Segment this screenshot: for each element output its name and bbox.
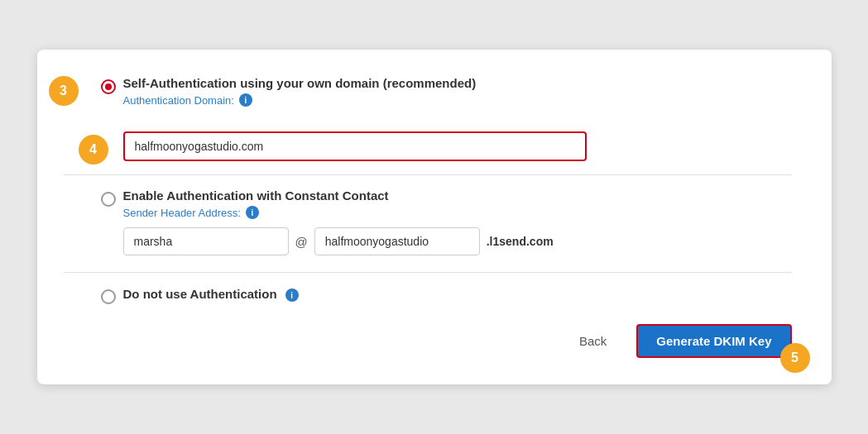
divider-1 xyxy=(64,174,792,175)
radio-col-1 xyxy=(94,76,123,94)
sender-address-row: @ .l1send.com xyxy=(123,227,792,255)
divider-2 xyxy=(64,272,792,273)
domain-suffix: .l1send.com xyxy=(487,235,554,248)
constant-contact-section: Enable Authentication with Constant Cont… xyxy=(64,188,792,255)
generate-dkim-button[interactable]: Generate DKIM Key xyxy=(636,324,791,358)
self-auth-title: Self-Authentication using your own domai… xyxy=(123,76,792,90)
no-auth-body: Do not use Authentication i xyxy=(123,287,792,304)
no-auth-title: Do not use Authentication xyxy=(123,287,277,301)
constant-contact-body: Enable Authentication with Constant Cont… xyxy=(123,188,792,255)
no-auth-content: Do not use Authentication i xyxy=(64,286,792,304)
back-button[interactable]: Back xyxy=(566,327,620,355)
sender-header-label: Sender Header Address: i xyxy=(123,206,792,219)
radio-no-auth[interactable] xyxy=(101,289,116,304)
self-auth-body: Self-Authentication using your own domai… xyxy=(123,76,792,115)
sender-domain-input[interactable] xyxy=(314,227,480,255)
sender-header-info-icon[interactable]: i xyxy=(246,206,259,219)
self-auth-subtitle: Authentication Domain: i xyxy=(123,93,792,107)
self-auth-content: Self-Authentication using your own domai… xyxy=(64,76,792,161)
radio-self-auth[interactable] xyxy=(101,79,116,94)
auth-domain-info-icon[interactable]: i xyxy=(239,93,252,107)
radio-col-2 xyxy=(94,188,123,207)
main-card: 3 Self-Authentication using your own dom… xyxy=(37,50,832,384)
radio-col-3 xyxy=(94,286,123,304)
step-4-badge: 4 xyxy=(79,135,108,165)
step-3-badge: 3 xyxy=(49,76,79,106)
no-auth-info-icon[interactable]: i xyxy=(285,289,299,302)
step-5-badge: 5 xyxy=(780,343,810,373)
sender-user-input[interactable] xyxy=(123,227,289,255)
constant-contact-title: Enable Authentication with Constant Cont… xyxy=(123,188,792,203)
footer-row: Back Generate DKIM Key 5 xyxy=(64,324,792,358)
constant-contact-content: Enable Authentication with Constant Cont… xyxy=(64,188,792,255)
domain-input[interactable] xyxy=(123,131,587,161)
self-auth-section: 3 Self-Authentication using your own dom… xyxy=(64,76,792,161)
radio-constant-contact[interactable] xyxy=(101,192,116,207)
at-symbol: @ xyxy=(295,235,308,249)
no-auth-section: Do not use Authentication i xyxy=(64,286,792,304)
